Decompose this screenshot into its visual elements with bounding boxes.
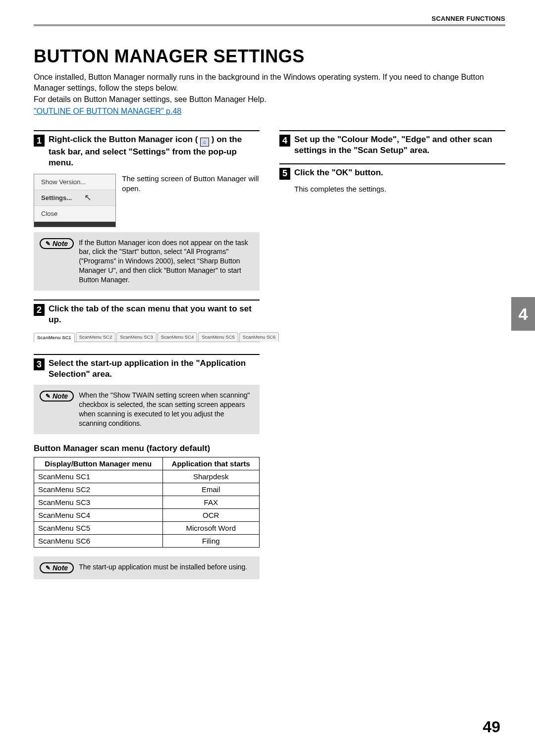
table-row: ScanMenu SC4OCR <box>34 509 260 522</box>
step2-title: Click the tab of the scan menu that you … <box>49 303 260 325</box>
step-divider <box>34 300 260 301</box>
intro-p1: Once installed, Button Manager normally … <box>34 72 505 93</box>
step2-head: 2 Click the tab of the scan menu that yo… <box>34 303 260 325</box>
table-row: ScanMenu SC5Microsoft Word <box>34 522 260 535</box>
pencil-icon: ✎ <box>46 240 51 247</box>
section-header: SCANNER FUNCTIONS <box>34 15 505 24</box>
step-divider <box>279 130 505 131</box>
pencil-icon: ✎ <box>46 564 51 571</box>
cell-app: Filing <box>162 535 259 548</box>
note1-box: ✎Note If the Button Manager icon does no… <box>34 232 260 291</box>
step1-title-open: ( <box>195 135 200 144</box>
page-number: 49 <box>482 718 500 736</box>
table-row: ScanMenu SC3FAX <box>34 496 260 509</box>
cell-app: OCR <box>162 509 259 522</box>
left-column: 1 Right-click the Button Manager icon ( … <box>34 130 260 588</box>
step3-head: 3 Select the start-up application in the… <box>34 358 260 380</box>
cell-menu: ScanMenu SC1 <box>34 470 163 483</box>
cell-app: Email <box>162 483 259 496</box>
table-row: ScanMenu SC2Email <box>34 483 260 496</box>
scan-tab: ScanMenu SC6 <box>239 332 279 342</box>
popup-menu-screenshot: Show Version... Settings... Close ↖ <box>34 174 116 227</box>
step5-title: Click the "OK" button. <box>294 167 383 178</box>
menu-item-close: Close <box>34 206 115 222</box>
cell-app: FAX <box>162 496 259 509</box>
cell-menu: ScanMenu SC2 <box>34 483 163 496</box>
chapter-tab: 4 <box>511 297 535 331</box>
step-divider <box>279 163 505 164</box>
button-manager-tray-icon: ⌂ <box>200 138 209 147</box>
step1-title-a: Right-click the Button Manager icon <box>49 135 193 144</box>
scan-tab: ScanMenu SC5 <box>198 332 238 342</box>
defaults-heading: Button Manager scan menu (factory defaul… <box>34 443 260 454</box>
note-badge: ✎Note <box>40 238 74 249</box>
cell-app: Microsoft Word <box>162 522 259 535</box>
page-title: BUTTON MANAGER SETTINGS <box>34 46 505 67</box>
step3-title: Select the start-up application in the "… <box>49 358 260 380</box>
step1-title: Right-click the Button Manager icon ( ⌂ … <box>49 134 260 168</box>
scan-tab: ScanMenu SC1 <box>34 333 75 342</box>
top-divider <box>34 24 505 26</box>
right-column: 4 Set up the "Colour Mode", "Edge" and o… <box>279 130 505 588</box>
step-number: 3 <box>34 358 45 370</box>
step-number: 2 <box>34 304 45 316</box>
step1-body: Show Version... Settings... Close ↖ The … <box>34 174 260 227</box>
outline-link[interactable]: "OUTLINE OF BUTTON MANAGER" p.48 <box>34 107 181 115</box>
step4-title: Set up the "Colour Mode", "Edge" and oth… <box>294 134 505 156</box>
cell-app: Sharpdesk <box>162 470 259 483</box>
step5-head: 5 Click the "OK" button. <box>279 167 505 180</box>
table-row: ScanMenu SC6Filing <box>34 535 260 548</box>
cell-menu: ScanMenu SC3 <box>34 496 163 509</box>
cell-menu: ScanMenu SC5 <box>34 522 163 535</box>
intro-p2: For details on Button Manager settings, … <box>34 94 505 105</box>
defaults-table: Display/Button Manager menu Application … <box>34 457 260 548</box>
note-badge: ✎Note <box>40 391 74 402</box>
th-app: Application that starts <box>162 457 259 470</box>
step1-open-text: The setting screen of Button Manager wil… <box>122 174 260 194</box>
note3-text: The start-up application must be install… <box>79 562 247 572</box>
menu-item-settings: Settings... <box>34 190 115 206</box>
scan-tab: ScanMenu SC4 <box>158 332 198 342</box>
pencil-icon: ✎ <box>46 393 51 400</box>
th-display: Display/Button Manager menu <box>34 457 163 470</box>
note-label: Note <box>53 392 68 400</box>
scan-tab: ScanMenu SC2 <box>76 332 116 342</box>
menu-bottom-band <box>34 222 115 227</box>
note2-text: When the "Show TWAIN setting screen when… <box>79 391 254 428</box>
note-label: Note <box>53 240 68 248</box>
note3-box: ✎Note The start-up application must be i… <box>34 556 260 579</box>
step4-head: 4 Set up the "Colour Mode", "Edge" and o… <box>279 134 505 156</box>
note-label: Note <box>53 564 68 572</box>
step-divider <box>34 354 260 355</box>
step1-head: 1 Right-click the Button Manager icon ( … <box>34 134 260 168</box>
scan-tab: ScanMenu SC3 <box>116 332 157 342</box>
step-number: 4 <box>279 135 290 147</box>
cell-menu: ScanMenu SC6 <box>34 535 163 548</box>
menu-item-show-version: Show Version... <box>34 174 115 190</box>
step-number: 5 <box>279 168 290 180</box>
note2-box: ✎Note When the "Show TWAIN setting scree… <box>34 385 260 434</box>
cell-menu: ScanMenu SC4 <box>34 509 163 522</box>
step-divider <box>34 130 260 131</box>
step-number: 1 <box>34 135 45 147</box>
step5-body: This completes the settings. <box>294 185 505 193</box>
intro-block: Once installed, Button Manager normally … <box>34 72 505 116</box>
scan-tabs-screenshot: ScanMenu SC1 ScanMenu SC2 ScanMenu SC3 S… <box>34 330 260 342</box>
note-badge: ✎Note <box>40 562 74 573</box>
note1-text: If the Button Manager icon does not appe… <box>79 238 254 285</box>
table-row: ScanMenu SC1Sharpdesk <box>34 470 260 483</box>
